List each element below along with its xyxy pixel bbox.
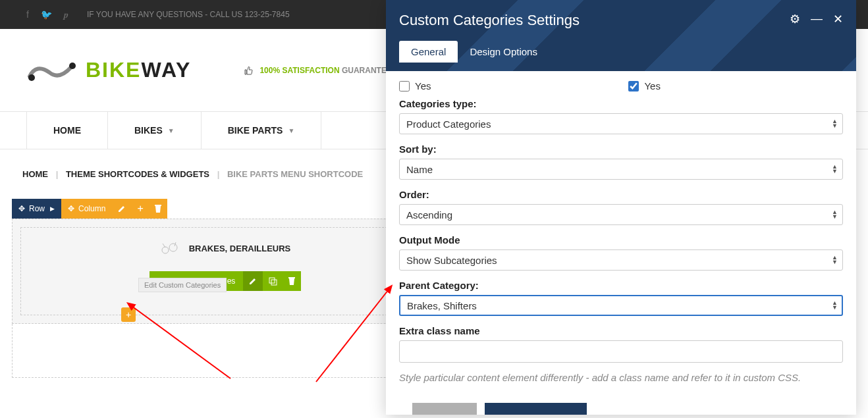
- svg-rect-4: [269, 278, 275, 283]
- svg-point-2: [162, 247, 169, 253]
- nav-home[interactable]: HOME: [26, 112, 108, 149]
- tab-design-options[interactable]: Design Options: [458, 41, 549, 63]
- check-yes-2[interactable]: Yes: [628, 80, 660, 91]
- breadcrumb-level2[interactable]: THEME SHORTCODES & WIDGETS: [66, 169, 209, 179]
- edit-tooltip: Edit Custom Categories: [138, 278, 227, 292]
- add-element-button[interactable]: +: [121, 307, 136, 322]
- caret-right-icon: ▶: [50, 205, 55, 212]
- pinterest-icon[interactable]: 𝒑: [64, 9, 68, 20]
- panel-footer: Close Save changes: [399, 394, 843, 415]
- row-handle[interactable]: ✥ Row ▶: [12, 199, 61, 219]
- gear-icon[interactable]: ⚙: [790, 12, 800, 26]
- svg-point-3: [169, 244, 177, 251]
- column-handle[interactable]: ✥ Column: [61, 199, 112, 219]
- svg-point-0: [28, 74, 35, 81]
- nav-bikes[interactable]: BIKES▼: [108, 112, 202, 149]
- delete-element-icon[interactable]: [283, 271, 301, 291]
- checkbox-2[interactable]: [628, 81, 639, 91]
- nav-bike-parts[interactable]: BIKE PARTS▼: [202, 112, 322, 149]
- extra-class-input[interactable]: [399, 340, 843, 363]
- twitter-icon[interactable]: 🐦: [41, 9, 52, 20]
- parent-category-select[interactable]: Brakes, Shifters: [399, 295, 843, 316]
- column-actions: +: [112, 199, 167, 219]
- output-mode-select[interactable]: Show Subcategories: [399, 249, 843, 271]
- svg-rect-5: [271, 280, 277, 285]
- breadcrumb-current: BIKE PARTS MENU SHORTCODE: [227, 169, 363, 179]
- categories-type-label: Categories type:: [399, 98, 843, 109]
- check-yes-1[interactable]: Yes: [399, 80, 431, 91]
- chevron-down-icon: ▼: [288, 127, 294, 134]
- add-column-icon[interactable]: +: [132, 199, 148, 219]
- breadcrumb-home[interactable]: HOME: [22, 169, 48, 179]
- extra-class-label: Extra class name: [399, 325, 843, 336]
- parent-category-label: Parent Category:: [399, 280, 843, 291]
- edit-column-icon[interactable]: [112, 199, 132, 219]
- settings-panel: Custom Categories Settings ⚙ — ✕ General…: [386, 0, 856, 415]
- help-text: Style particular content element differe…: [399, 372, 843, 383]
- clone-element-icon[interactable]: [263, 271, 283, 291]
- derailleur-icon: [160, 241, 180, 255]
- move-icon: ✥: [68, 204, 74, 213]
- panel-title: Custom Categories Settings: [399, 12, 843, 29]
- order-select[interactable]: Ascending: [399, 204, 843, 225]
- logo[interactable]: BIKEWAY: [26, 58, 191, 83]
- chevron-down-icon: ▼: [168, 127, 175, 134]
- facebook-icon[interactable]: f: [26, 9, 29, 20]
- column-title: BRAKES, DERAILLEURS: [189, 244, 291, 253]
- logo-text: BIKEWAY: [86, 58, 191, 82]
- move-icon: ✥: [18, 204, 25, 213]
- panel-header: Custom Categories Settings ⚙ — ✕ General…: [386, 0, 856, 71]
- topbar-text: IF YOU HAVE ANY QUESTIONS - CALL US 123-…: [87, 10, 290, 19]
- checkbox-1[interactable]: [399, 81, 410, 91]
- panel-window-controls: ⚙ — ✕: [790, 12, 843, 26]
- panel-tabs: General Design Options: [399, 41, 843, 63]
- social-links: f 🐦 𝒑: [26, 9, 68, 20]
- edit-element-icon[interactable]: [243, 271, 263, 291]
- close-icon[interactable]: ✕: [833, 12, 843, 26]
- tab-general[interactable]: General: [399, 41, 458, 63]
- panel-body: Yes Yes Categories type: Product Categor…: [386, 71, 856, 415]
- column-1: BRAKES, DERAILLEURS ✥Custom Categories E…: [20, 227, 430, 315]
- delete-column-icon[interactable]: [149, 199, 167, 219]
- svg-point-1: [69, 63, 76, 69]
- sort-by-label: Sort by:: [399, 144, 843, 155]
- logo-icon: [26, 58, 78, 83]
- sort-by-select[interactable]: Name: [399, 159, 843, 180]
- save-button[interactable]: Save changes: [485, 403, 587, 415]
- order-label: Order:: [399, 189, 843, 200]
- output-mode-label: Output Mode: [399, 234, 843, 246]
- minimize-icon[interactable]: —: [811, 12, 823, 26]
- thumbs-up-icon: [244, 65, 254, 76]
- satisfaction-badge: 100% SATISFACTION GUARANTEED: [244, 65, 397, 76]
- categories-type-select[interactable]: Product Categories: [399, 113, 843, 134]
- close-button[interactable]: Close: [412, 403, 477, 415]
